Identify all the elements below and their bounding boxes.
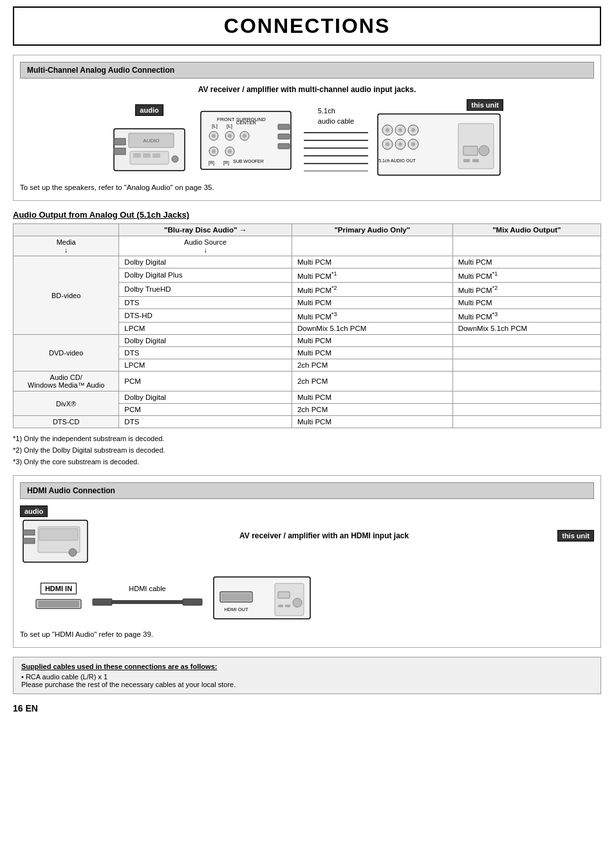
svg-text:[R]: [R] xyxy=(209,160,214,165)
table-row: DivX® Dolby Digital Multi PCM xyxy=(14,392,601,404)
info-item-2: Please purchase the rest of the necessar… xyxy=(21,681,593,688)
svg-rect-4 xyxy=(133,153,141,158)
svg-rect-74 xyxy=(278,605,283,607)
primary-cell: Multi PCM xyxy=(292,347,452,359)
primary-cell: Multi PCM*2 xyxy=(292,282,452,296)
primary-cell: Multi PCM*3 xyxy=(292,308,452,323)
svg-rect-52 xyxy=(463,146,478,155)
source-cell: Dolby Digital xyxy=(119,392,292,404)
svg-rect-54 xyxy=(463,159,470,162)
svg-rect-6 xyxy=(153,153,160,158)
this-unit-svg: 5.1ch AUDIO OUT xyxy=(375,111,503,178)
audio-label-box: audio xyxy=(135,104,163,116)
source-cell: DTS-HD xyxy=(119,308,292,323)
mix-cell xyxy=(452,359,600,372)
svg-text:CENTER: CENTER xyxy=(236,120,256,126)
source-cell: Dolby Digital xyxy=(119,335,292,347)
multi-channel-subtitle: AV receiver / amplifier with multi-chann… xyxy=(20,85,594,94)
table-row: BD-video Dolby Digital Multi PCM Multi P… xyxy=(14,256,601,269)
svg-rect-72 xyxy=(278,592,290,598)
svg-rect-63 xyxy=(38,601,79,607)
svg-rect-2 xyxy=(114,148,126,155)
audio-device-svg: AUDIO xyxy=(111,116,188,174)
svg-rect-57 xyxy=(23,530,35,535)
multi-channel-diagram: audio AUDIO xyxy=(20,99,594,178)
col2-header: "Primary Audio Only" xyxy=(292,224,452,236)
mix-cell: DownMix 5.1ch PCM xyxy=(452,323,600,335)
this-unit-hdmi: HDMI OUT xyxy=(210,574,313,622)
mix-cell: Multi PCM*1 xyxy=(452,269,600,283)
info-item-1: • RCA audio cable (L/R) x 1 xyxy=(21,673,593,681)
bd-video-cell: BD-video xyxy=(14,256,119,335)
hdmi-cable-svg xyxy=(89,592,205,612)
dts-cd-cell: DTS-CD xyxy=(14,416,119,428)
info-box-title: Supplied cables used in these connection… xyxy=(21,663,593,670)
svg-rect-21 xyxy=(278,124,290,129)
primary-cell: Multi PCM xyxy=(292,256,452,269)
this-unit-label-box: this unit xyxy=(467,99,503,111)
mix-cell xyxy=(452,347,600,359)
svg-rect-1 xyxy=(114,138,126,145)
svg-point-20 xyxy=(243,134,247,138)
svg-point-45 xyxy=(386,142,389,146)
multi-channel-section: Multi-Channel Analog Audio Connection AV… xyxy=(13,55,601,201)
source-cell: DTS xyxy=(119,347,292,359)
info-box: Supplied cables used in these connection… xyxy=(13,657,601,694)
mix-cell: Multi PCM xyxy=(452,296,600,308)
svg-rect-23 xyxy=(278,144,290,149)
divx-cell: DivX® xyxy=(14,392,119,416)
svg-text:HDMI OUT: HDMI OUT xyxy=(224,607,248,612)
mix-cell xyxy=(452,335,600,347)
svg-point-41 xyxy=(398,128,402,132)
hdmi-in-connector xyxy=(33,594,84,614)
svg-rect-58 xyxy=(23,538,35,543)
primary-cell: Multi PCM xyxy=(292,392,452,404)
mix-cell xyxy=(452,404,600,416)
svg-point-9 xyxy=(172,156,178,162)
svg-text:[R]: [R] xyxy=(223,160,229,165)
col1-header: "Blu-ray Disc Audio" → xyxy=(119,224,292,236)
multi-channel-header: Multi-Channel Analog Audio Connection xyxy=(20,62,594,79)
svg-point-60 xyxy=(69,549,77,556)
svg-rect-75 xyxy=(285,605,290,607)
mix-cell: Multi PCM*2 xyxy=(452,282,600,296)
hdmi-connection-diagram: HDMI IN HDMI cable xyxy=(20,571,594,625)
svg-text:AUDIO: AUDIO xyxy=(143,138,159,144)
footnote-3: *3) Only the core substream is decoded. xyxy=(13,457,601,468)
source-cell: DTS xyxy=(119,296,292,308)
hdmi-note: To set up "HDMI Audio" refer to page 39. xyxy=(20,630,594,638)
svg-point-27 xyxy=(228,149,232,153)
svg-point-43 xyxy=(411,128,415,132)
source-cell: Dolby TrueHD xyxy=(119,282,292,296)
table-row: DTS-CD DTS Multi PCM xyxy=(14,416,601,428)
source-cell: LPCM xyxy=(119,323,292,335)
hdmi-diagram: audio AV receiver / amplifier with an HD… xyxy=(20,505,594,565)
audio-cd-cell: Audio CD/Windows Media™ Audio xyxy=(14,372,119,392)
footnote-1: *1) Only the independent substream is de… xyxy=(13,433,601,445)
source-cell: Dolby Digital Plus xyxy=(119,269,292,283)
page-number: 16 EN xyxy=(13,703,601,713)
svg-point-16 xyxy=(212,134,216,138)
audio-output-table: "Blu-ray Disc Audio" → "Primary Audio On… xyxy=(13,223,601,428)
audio-output-title: Audio Output from Analog Out (5.1ch Jack… xyxy=(13,210,601,220)
hdmi-cable-label: HDMI cable xyxy=(129,585,165,592)
multi-channel-note: To set up the speakers, refer to "Analog… xyxy=(20,184,594,191)
cable-lines-svg xyxy=(304,126,368,171)
table-row: DVD-video Dolby Digital Multi PCM xyxy=(14,335,601,347)
svg-point-53 xyxy=(479,146,489,156)
svg-rect-61 xyxy=(39,529,78,540)
svg-text:[L]: [L] xyxy=(212,123,218,129)
hdmi-this-unit-label: this unit xyxy=(557,530,594,542)
svg-text:5.1ch AUDIO OUT: 5.1ch AUDIO OUT xyxy=(378,158,416,163)
primary-cell: 2ch PCM xyxy=(292,372,452,392)
source-cell: PCM xyxy=(119,404,292,416)
footnotes: *1) Only the independent substream is de… xyxy=(13,433,601,467)
primary-cell: Multi PCM xyxy=(292,416,452,428)
primary-cell: 2ch PCM xyxy=(292,359,452,372)
svg-rect-66 xyxy=(183,599,202,605)
source-cell: PCM xyxy=(119,372,292,392)
svg-rect-5 xyxy=(143,153,151,158)
cable-label: 5.1chaudio cable xyxy=(318,106,354,126)
primary-cell: Multi PCM*1 xyxy=(292,269,452,283)
mix-cell xyxy=(452,392,600,404)
